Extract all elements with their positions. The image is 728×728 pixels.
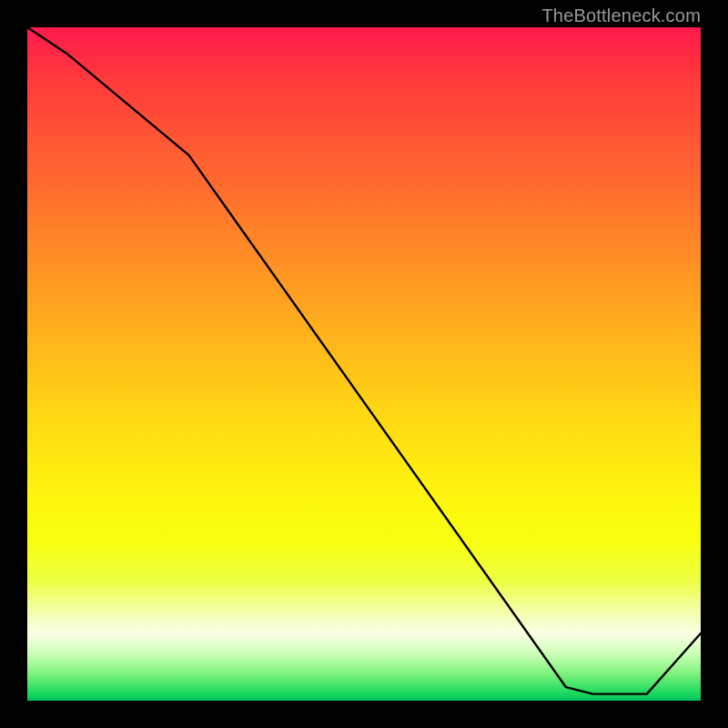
plot-area [27, 27, 701, 701]
attribution-text: TheBottleneck.com [541, 5, 701, 26]
chart-frame: TheBottleneck.com [0, 0, 728, 728]
bottleneck-curve [27, 27, 701, 701]
